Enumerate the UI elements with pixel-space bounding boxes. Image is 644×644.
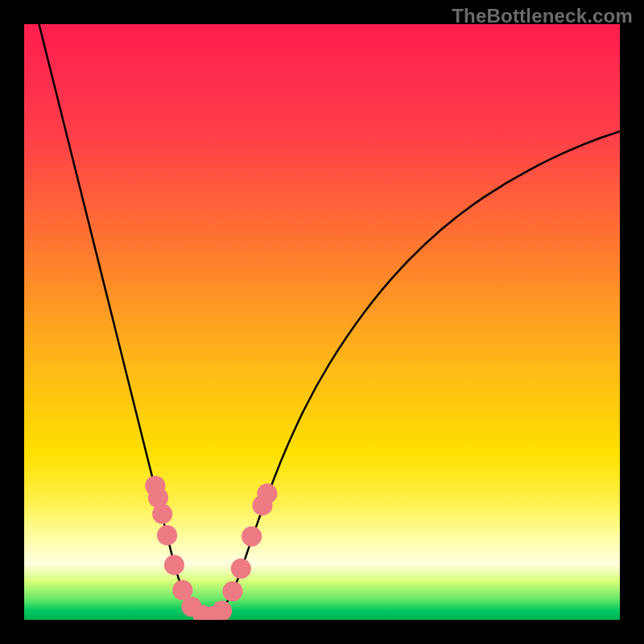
- marker-point: [164, 555, 184, 575]
- chart-frame: [24, 24, 620, 620]
- marker-point: [152, 504, 172, 524]
- marker-point: [157, 525, 177, 545]
- watermark-text: TheBottleneck.com: [452, 5, 633, 27]
- marker-point: [257, 484, 277, 504]
- marker-point: [222, 581, 242, 601]
- marker-point: [242, 526, 262, 547]
- marker-point: [231, 559, 251, 579]
- chart-svg: [24, 24, 620, 620]
